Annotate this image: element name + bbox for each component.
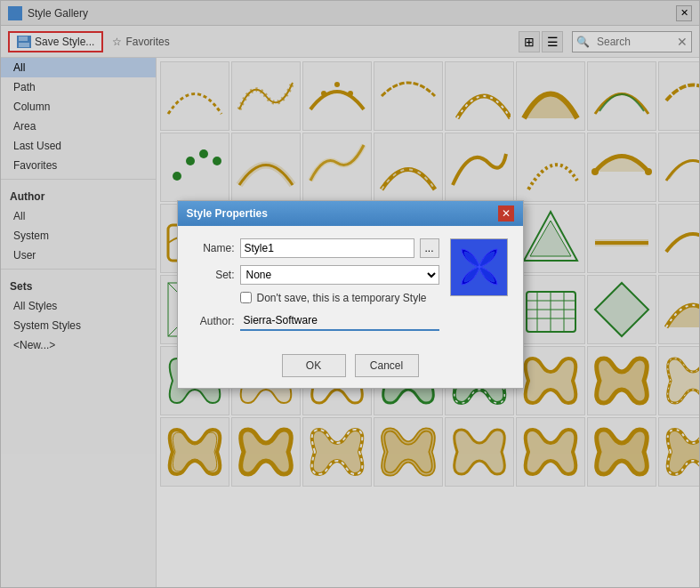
name-dots-button[interactable]: ...: [420, 238, 439, 258]
set-row: Set: None: [190, 265, 439, 285]
author-row: Author:: [190, 311, 439, 331]
name-row: Name: ...: [190, 238, 439, 258]
author-input[interactable]: [240, 311, 439, 331]
preview-box: [450, 238, 508, 296]
temp-style-label: Don't save, this is a temporary Style: [257, 292, 427, 304]
modal-title: Style Properties: [187, 207, 268, 220]
temp-style-checkbox[interactable]: [240, 292, 252, 303]
cancel-button[interactable]: Cancel: [355, 354, 419, 377]
set-label: Set:: [190, 269, 235, 281]
name-input[interactable]: [240, 238, 414, 258]
author-label: Author:: [190, 315, 235, 327]
modal-body: Name: ... Set: None Don't save,: [178, 226, 523, 347]
modal-overlay: Style Properties ✕ Name: ... Set:: [1, 1, 699, 587]
temp-style-row: Don't save, this is a temporary Style: [240, 292, 439, 304]
style-preview: [448, 238, 511, 338]
ok-button[interactable]: OK: [282, 354, 346, 377]
modal-form: Name: ... Set: None Don't save,: [190, 238, 439, 338]
set-select[interactable]: None: [240, 265, 439, 285]
main-window: Style Gallery ✕ Save Style... ☆ Favorite…: [0, 0, 700, 588]
modal-close-button[interactable]: ✕: [498, 205, 514, 222]
name-label: Name:: [190, 242, 235, 254]
style-properties-dialog: Style Properties ✕ Name: ... Set:: [177, 200, 524, 389]
modal-title-bar: Style Properties ✕: [178, 201, 523, 226]
modal-footer: OK Cancel: [178, 347, 523, 388]
